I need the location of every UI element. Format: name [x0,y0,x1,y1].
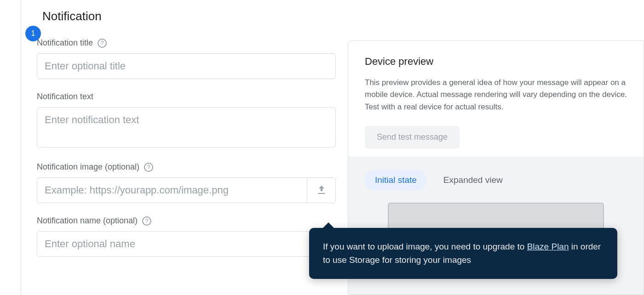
label-row: Notification text [37,92,332,102]
section-header: 1 Notification [21,0,348,34]
tab-expanded-view[interactable]: Expanded view [433,170,513,191]
field-label: Notification title [37,38,93,48]
image-input-group [37,177,336,203]
field-notification-name: Notification name (optional) ? [37,216,332,257]
notification-form-panel: 1 Notification Notification title ? Noti… [21,0,348,295]
step-badge: 1 [25,26,41,41]
upload-upgrade-tooltip: If you want to upload image, you need to… [309,228,617,279]
tooltip-text-before: If you want to upload image, you need to… [323,242,527,251]
preview-title: Device preview [365,56,627,68]
preview-tabs: Initial state Expanded view [365,170,627,191]
fields-container: Notification title ? Notification text N… [21,34,348,257]
field-notification-image: Notification image (optional) ? [37,162,332,203]
notification-text-input[interactable] [37,107,336,148]
preview-header: Device preview This preview provides a g… [348,41,644,157]
notification-name-input[interactable] [37,231,336,257]
blaze-plan-link[interactable]: Blaze Plan [527,242,569,251]
left-rail [0,0,21,295]
field-notification-text: Notification text [37,92,332,149]
label-row: Notification image (optional) ? [37,162,332,172]
field-label: Notification image (optional) [37,162,139,172]
label-row: Notification title ? [37,38,332,48]
notification-image-input[interactable] [37,178,307,203]
device-preview-frame [388,203,604,230]
help-icon[interactable]: ? [142,216,151,226]
notification-title-input[interactable] [37,53,336,79]
help-icon[interactable]: ? [98,39,107,48]
upload-icon [316,185,327,196]
field-label: Notification name (optional) [37,216,138,226]
send-test-message-button[interactable]: Send test message [365,126,460,148]
label-row: Notification name (optional) ? [37,216,332,226]
help-icon[interactable]: ? [144,163,153,172]
field-notification-title: Notification title ? [37,38,332,79]
section-title: Notification [42,9,102,23]
field-label: Notification text [37,92,93,102]
tab-initial-state[interactable]: Initial state [365,170,427,191]
upload-image-button[interactable] [307,178,335,203]
preview-description: This preview provides a general idea of … [365,77,627,113]
